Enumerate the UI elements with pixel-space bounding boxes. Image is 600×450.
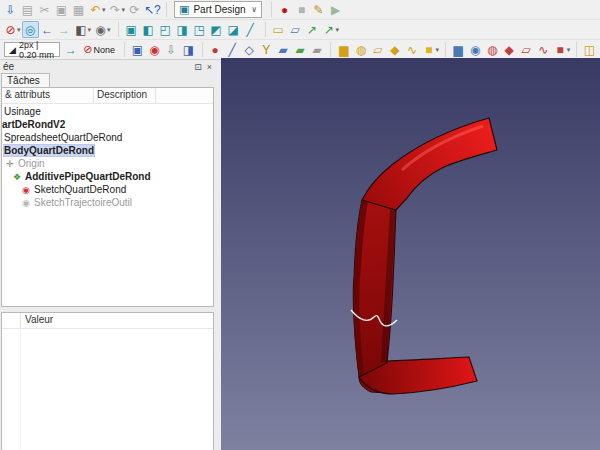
tree-item-bodyquartderond[interactable]: BodyQuartDeRond [2, 144, 213, 157]
dock-title-bar[interactable]: ée ⊡× [0, 60, 215, 73]
dock-close-icon[interactable]: × [207, 62, 212, 72]
autogroup-button[interactable]: ⊘ None [83, 43, 115, 56]
redo-icon[interactable]: ↷▾ [107, 1, 127, 18]
pad-icon[interactable]: ▆ [335, 41, 352, 58]
tree-item-origin[interactable]: ✛ Origin [2, 157, 213, 170]
nav-forward-icon[interactable]: → [56, 21, 73, 38]
datum-plane-icon[interactable]: ▰ [275, 41, 292, 58]
create-sketch-icon[interactable]: ◉ [146, 41, 163, 58]
draft-move-icon[interactable]: → [62, 41, 79, 58]
groove-icon[interactable]: ◍ [484, 41, 501, 58]
toolbar-separator [328, 42, 332, 57]
link-group-icon[interactable]: ▱ [287, 21, 304, 38]
line-icon[interactable]: ╱ [224, 41, 241, 58]
transform-tools-group: ◫ [581, 41, 598, 58]
tree-item-usinage[interactable]: Usinage [2, 105, 213, 118]
combo-view-panel: ée ⊡× Tâches & attributs Description Usi… [0, 60, 215, 450]
subtractive-primitive-icon[interactable]: ■▾ [552, 41, 572, 58]
copy-icon[interactable]: ▣ [53, 1, 70, 18]
left-view-icon[interactable]: ◩ [208, 21, 225, 38]
cut-icon[interactable]: ✂ [36, 1, 53, 18]
create-body-icon[interactable]: ▣ [129, 41, 146, 58]
tree-item-sketchquartderond[interactable]: ◉ SketchQuartDeRond [2, 183, 213, 196]
toolbar-separator [442, 42, 446, 57]
additive-helix-icon[interactable]: ∿ [403, 41, 420, 58]
pd-setup-group: ▣◉⇩◨ [129, 41, 197, 58]
dock-tabs: Tâches [0, 73, 215, 87]
tree-item-spreadsheetquartderond[interactable]: SpreadsheetQuartDeRond [2, 131, 213, 144]
additive-pipe-icon[interactable]: ◆ [386, 41, 403, 58]
tree-header: & attributs Description [2, 88, 213, 104]
model-quartderond [221, 58, 600, 450]
stop-loading-icon[interactable]: ⊘▾ [2, 21, 22, 38]
toolbar-view: ⊘▾◎←→◧▾◉▾ ▣◧◰◨◳◩◪╱ ▭▱↗↗▾ [0, 20, 600, 40]
tree-column-attributes[interactable]: & attributs [2, 88, 94, 103]
tree-item-sketchtrajectoireoutil[interactable]: ◉ SketchTrajectoireOutil [2, 196, 213, 209]
zoom-icon[interactable]: ◉▾ [92, 21, 112, 38]
link-import-icon[interactable]: ↗ [304, 21, 321, 38]
external-geometry-icon[interactable]: Y [258, 41, 275, 58]
tree-item-icon: ❖ [11, 172, 23, 182]
dock-float-icon[interactable]: ⊡ [194, 62, 202, 72]
draw-style-icon[interactable]: ◧▾ [73, 21, 93, 38]
link-import-all-icon[interactable]: ↗▾ [321, 21, 341, 38]
point-icon[interactable]: ● [207, 41, 224, 58]
shape-binder-icon[interactable]: ▰ [309, 41, 326, 58]
property-column-value[interactable]: Valeur [21, 313, 57, 328]
mirrored-icon[interactable]: ◫ [581, 41, 598, 58]
revolution-icon[interactable]: ◍ [352, 41, 369, 58]
subtractive-loft-icon[interactable]: ▱ [518, 41, 535, 58]
link-make-icon[interactable]: ▭ [270, 21, 287, 38]
nav-back-icon[interactable]: ← [39, 21, 56, 38]
3d-viewport[interactable] [221, 58, 600, 450]
property-editor: Valeur [1, 312, 214, 450]
polyline-icon[interactable]: ◇ [241, 41, 258, 58]
toolbar-separator [121, 42, 125, 57]
map-sketch-icon[interactable]: ⇩ [163, 41, 180, 58]
rear-view-icon[interactable]: ◳ [191, 21, 208, 38]
right-view-icon[interactable]: ◨ [174, 21, 191, 38]
edit-macro-icon[interactable]: ✎ [310, 1, 327, 18]
toolbar-separator [199, 42, 203, 57]
datum-face-icon[interactable]: ▰ [292, 41, 309, 58]
fit-all-icon[interactable]: ◎ [22, 21, 39, 38]
additive-loft-icon[interactable]: ▱ [369, 41, 386, 58]
toolbar-separator [261, 22, 266, 37]
workbench-icon: ▣ [179, 3, 189, 16]
create-clone-icon[interactable]: ◨ [180, 41, 197, 58]
paste-icon[interactable]: ▦ [70, 1, 87, 18]
refresh-icon[interactable]: ⟳ [126, 1, 143, 18]
sketch-tools-group: ●╱◇Y▰▰▰ [207, 41, 326, 58]
whatsthis-icon[interactable]: ↖? [143, 1, 160, 18]
undo-icon[interactable]: ↶▾ [87, 1, 107, 18]
pocket-icon[interactable]: ▆ [450, 41, 467, 58]
subtractive-helix-icon[interactable]: ∿ [535, 41, 552, 58]
measure-distance-icon[interactable]: ╱ [242, 21, 259, 38]
run-macro-icon[interactable]: ▶ [327, 1, 344, 18]
draft-style-button[interactable]: ◢ 2px | 0.20 mm [4, 42, 60, 57]
toolbar-separator [162, 2, 167, 17]
front-view-icon[interactable]: ◧ [140, 21, 157, 38]
workbench-selector[interactable]: ▣ Part Design ∨ [174, 1, 262, 18]
axonometric-view-icon[interactable]: ▣ [123, 21, 140, 38]
bottom-view-icon[interactable]: ◪ [225, 21, 242, 38]
additive-primitive-icon[interactable]: ■▾ [420, 41, 440, 58]
print-icon[interactable]: ▤ [19, 1, 36, 18]
tab-taches[interactable]: Tâches [1, 73, 50, 87]
property-header: Valeur [2, 313, 213, 329]
hole-icon[interactable]: ◉ [467, 41, 484, 58]
tree-column-description[interactable]: Description [94, 88, 156, 103]
subtractive-pipe-icon[interactable]: ◆ [501, 41, 518, 58]
tree-item-additivepipequartderond[interactable]: ❖ AdditivePipeQuartDeRond [2, 170, 213, 183]
top-view-icon[interactable]: ◰ [157, 21, 174, 38]
model-top-arm[interactable] [362, 118, 497, 210]
property-column-name[interactable] [2, 313, 21, 328]
additive-tools-group: ▆◍▱◆∿■▾ [335, 41, 440, 58]
dock-buttons: ⊡× [194, 62, 212, 72]
chevron-down-icon: ∨ [251, 5, 257, 14]
record-macro-icon[interactable]: ● [276, 1, 293, 18]
stop-macro-icon[interactable]: ■ [293, 1, 310, 18]
no-autogroup-icon: ⊘ [83, 43, 92, 56]
tree-item-quartderondv2[interactable]: artDeRondV2 [2, 118, 213, 131]
save-icon[interactable]: ⇩ [2, 1, 19, 18]
